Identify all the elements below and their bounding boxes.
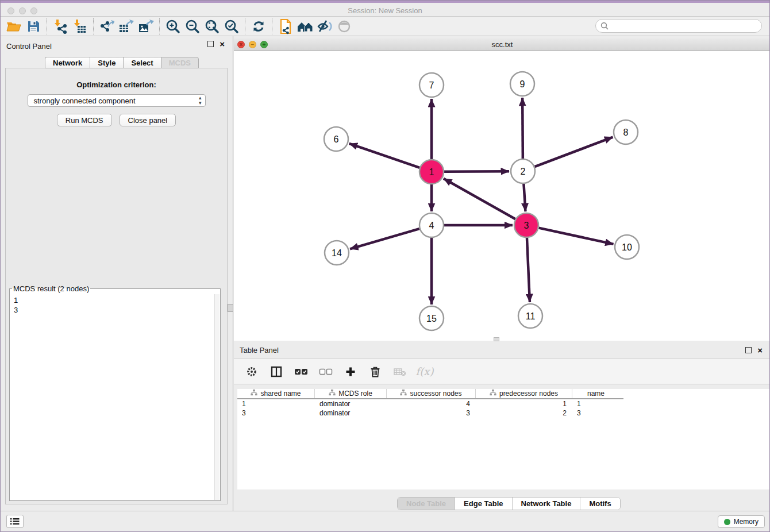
graph-edge-3-1[interactable] — [444, 179, 515, 219]
first-neighbors-icon[interactable] — [295, 18, 315, 35]
table-panel: Table Panel × — [234, 342, 770, 512]
search-box[interactable] — [595, 19, 762, 33]
graph-edge-3-10[interactable] — [538, 228, 613, 244]
column-header-name[interactable]: name — [572, 389, 619, 398]
table-panel-title: Table Panel — [240, 346, 279, 354]
search-input[interactable] — [612, 22, 757, 30]
zoom-in-icon[interactable] — [163, 18, 183, 35]
import-table-icon[interactable] — [70, 18, 90, 35]
export-network-icon[interactable] — [97, 18, 117, 35]
column-header-MCDS-role[interactable]: MCDS role — [315, 389, 387, 398]
canvas-splitter-grip[interactable] — [494, 337, 499, 341]
graph-node-label-7: 7 — [429, 80, 434, 90]
graph-edge-2-3[interactable] — [523, 184, 525, 211]
network-view-titlebar[interactable]: × − + scc.txt — [234, 38, 770, 51]
tab-edge-table[interactable]: Edge Table — [455, 498, 512, 510]
show-hidden-icon[interactable] — [334, 18, 354, 35]
float-panel-icon[interactable] — [207, 41, 214, 47]
graph-node-label-14: 14 — [332, 248, 342, 258]
toolbar-separator — [47, 18, 47, 34]
graph-edge-1-2[interactable] — [444, 171, 509, 172]
new-network-from-selection-icon[interactable] — [276, 18, 295, 35]
deselect-all-icon[interactable] — [318, 364, 333, 379]
zoom-selected-icon[interactable] — [222, 18, 241, 35]
delete-row-icon[interactable] — [368, 364, 383, 379]
hide-selected-icon[interactable] — [315, 18, 334, 35]
main-toolbar — [1, 17, 769, 36]
mcds-result-scrollbar[interactable] — [214, 294, 220, 500]
function-label: f(x) — [416, 365, 434, 377]
mcds-result-group: MCDS result (2 nodes) 1 3 — [9, 284, 221, 501]
open-session-icon[interactable] — [4, 18, 24, 35]
column-header-predecessor-nodes[interactable]: predecessor nodes — [476, 389, 572, 398]
cell[interactable]: 1 — [572, 399, 619, 408]
save-session-icon[interactable] — [24, 18, 43, 35]
table-header-row: shared nameMCDS rolesuccessor nodesprede… — [237, 389, 623, 399]
memory-button[interactable]: Memory — [718, 515, 765, 528]
network-canvas[interactable]: 1234678910111415 — [234, 51, 770, 341]
graph-edge-1-6[interactable] — [349, 144, 419, 168]
graph-edge-2-9[interactable] — [522, 98, 523, 159]
cell[interactable]: dominator — [315, 408, 387, 418]
mcds-result-title: MCDS result (2 nodes) — [12, 284, 90, 293]
delete-table-icon[interactable] — [392, 364, 407, 379]
tab-select[interactable]: Select — [123, 57, 160, 68]
network-view-window: × − + scc.txt 1234678910111415 — [234, 38, 770, 341]
export-table-icon[interactable] — [117, 18, 136, 35]
table-row[interactable]: 3dominator323 — [237, 408, 623, 418]
tab-node-table[interactable]: Node Table — [398, 498, 455, 510]
criterion-select[interactable]: strongly connected component ▴▾ — [28, 94, 206, 107]
cell[interactable]: 3 — [387, 408, 476, 418]
add-row-icon[interactable] — [343, 364, 358, 379]
close-panel-icon[interactable]: × — [220, 41, 225, 47]
column-settings-icon[interactable] — [244, 364, 259, 379]
shared-column-icon — [329, 390, 336, 398]
zoom-out-icon[interactable] — [183, 18, 202, 35]
tab-style[interactable]: Style — [90, 57, 123, 68]
tab-network-table[interactable]: Network Table — [513, 498, 581, 510]
node-table: shared nameMCDS rolesuccessor nodesprede… — [237, 389, 623, 418]
column-header-successor-nodes[interactable]: successor nodes — [387, 389, 476, 398]
export-image-icon[interactable] — [136, 18, 156, 35]
mcds-result-textarea[interactable]: 1 3 — [10, 294, 220, 500]
select-all-icon[interactable] — [294, 364, 309, 379]
import-network-icon[interactable] — [51, 18, 70, 35]
tab-mcds[interactable]: MCDS — [161, 57, 199, 68]
panel-splitter-grip[interactable] — [228, 304, 233, 312]
optimization-criterion-label: Optimization criterion: — [6, 80, 227, 89]
table-row[interactable]: 1dominator411 — [237, 399, 623, 408]
column-label: name — [587, 390, 605, 398]
cell[interactable]: 1 — [476, 399, 572, 408]
titlebar: Session: New Session — [1, 1, 769, 17]
function-builder-icon[interactable]: f(x) — [417, 364, 432, 379]
task-history-button[interactable] — [6, 515, 24, 528]
cell[interactable]: 1 — [237, 399, 315, 408]
run-mcds-button[interactable]: Run MCDS — [57, 114, 112, 126]
close-panel-button[interactable]: Close panel — [120, 114, 176, 126]
control-panel: Control Panel × NetworkStyleSelectMCDS O… — [1, 36, 233, 512]
graph-node-label-11: 11 — [526, 311, 536, 321]
cell[interactable]: 4 — [387, 399, 476, 408]
column-header-shared-name[interactable]: shared name — [237, 389, 315, 398]
graph-edge-4-14[interactable] — [350, 229, 419, 249]
graph-node-label-4: 4 — [429, 221, 434, 230]
graph-edge-3-11[interactable] — [527, 238, 530, 302]
refresh-view-icon[interactable] — [249, 18, 268, 35]
shared-column-icon — [490, 390, 496, 398]
shared-column-icon — [251, 390, 257, 398]
cell[interactable]: 3 — [237, 408, 315, 418]
close-table-panel-icon[interactable]: × — [757, 347, 763, 353]
graph-node-label-8: 8 — [623, 128, 629, 137]
graph-node-label-6: 6 — [334, 134, 339, 144]
cell[interactable]: 2 — [476, 408, 572, 418]
cell[interactable]: dominator — [315, 399, 387, 408]
select-stepper-icon: ▴▾ — [199, 95, 202, 106]
float-table-panel-icon[interactable] — [745, 347, 752, 353]
cell[interactable]: 3 — [572, 408, 619, 418]
tab-motifs[interactable]: Motifs — [580, 498, 619, 510]
graph-edge-2-8[interactable] — [535, 137, 613, 167]
panel-layout-icon[interactable] — [269, 364, 284, 379]
mcds-panel: Optimization criterion: strongly connect… — [5, 68, 228, 504]
zoom-fit-icon[interactable] — [202, 18, 222, 35]
tab-network[interactable]: Network — [45, 57, 90, 68]
